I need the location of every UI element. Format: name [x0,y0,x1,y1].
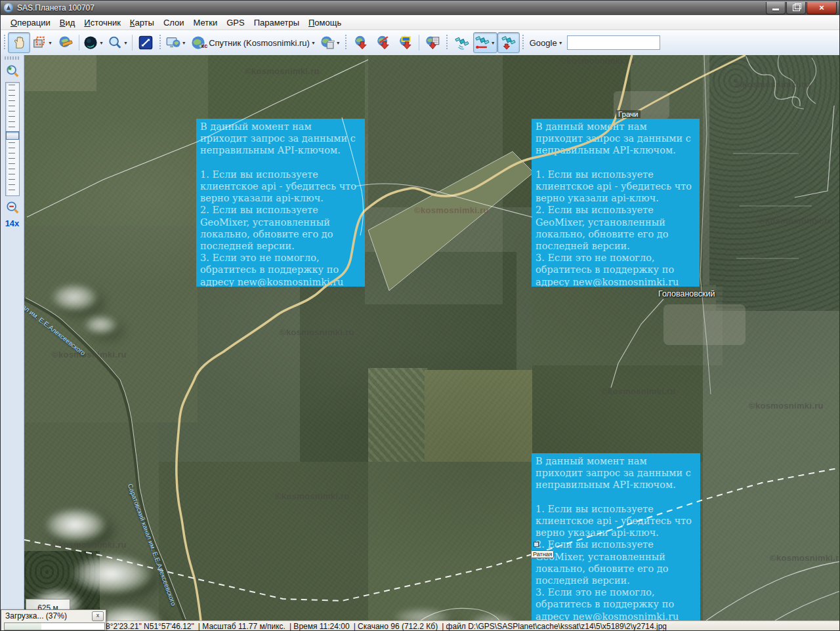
zoom-slider-handle[interactable] [6,131,19,140]
toolbar-grip[interactable] [522,35,525,51]
menu-maps[interactable]: Карты [125,16,159,29]
minimize-button[interactable] [766,2,786,14]
error-tile-message: В данный момент нам приходит запрос за д… [536,455,698,621]
map-watermark: ©kosmosnimki.ru [736,79,810,89]
window-titlebar[interactable]: SAS.Планета 100707 × [1,1,839,15]
status-scale: | Масштаб 11.77 м/пикс. [198,622,285,631]
pan-button[interactable] [8,32,30,53]
download-region-icon [398,35,413,50]
search-input[interactable] [567,35,660,50]
village-label: Головановский [658,289,715,298]
menu-bar: Операции Вид Источник Карты Слои Метки G… [1,15,839,30]
fullscreen-globe-icon [83,35,98,50]
loading-close-button[interactable]: x [92,611,104,621]
map-watermark: ©kosmosnimki.ru [749,401,824,411]
map-watermark: ©kosmosnimki.ru [770,553,840,563]
menu-layers[interactable]: Слои [159,16,189,29]
menu-gps[interactable]: GPS [222,16,249,29]
cloud [44,508,106,542]
menu-source[interactable]: Источник [79,16,125,29]
dropdown-caret-icon[interactable]: ▼ [336,41,341,45]
menu-help[interactable]: Помощь [304,16,346,29]
measure-distance-button[interactable] [54,32,77,53]
map-watermark: ©kosmosnimki.ru [560,56,635,66]
download-list-icon [425,35,440,50]
status-file-path: | файл D:\GPS\SASPlanet\cache\kssat\z14\… [442,622,667,631]
toolbar-grip[interactable] [345,35,348,51]
menu-operations[interactable]: Операции [6,16,55,29]
dropdown-caret-icon[interactable]: ▼ [182,41,186,45]
minimize-icon [772,9,779,10]
toolbar-grip[interactable] [159,35,162,51]
window-title: SAS.Планета 100707 [17,3,94,12]
map-watermark: ©kosmosnimki.ru [601,386,676,396]
map-source-label: Спутник (Kosmosnimki.ru) [209,38,310,48]
gps-track-button[interactable]: ▼ [473,32,497,53]
cloud [83,315,117,335]
status-downloaded: | Скачано 96 (712.2 Кб) [354,622,438,631]
loading-label: Загрузка... (37%) [5,611,92,621]
map-canvas[interactable]: ©kosmosnimki.ru ©kosmosnimki.ru ©kosmosn… [24,55,840,621]
layers-globe-button[interactable]: ▼ [318,32,343,53]
application-window: SAS.Планета 100707 × Операции Вид Источн… [0,0,840,631]
download-selection-button[interactable] [350,32,372,53]
map-watermark: ©kosmosnimki.ru [414,205,489,215]
sidebar-grip[interactable] [5,56,20,60]
dropdown-caret-icon[interactable]: ▼ [558,41,563,45]
map-watermark: ©kosmosnimki.ru [280,327,354,337]
dropdown-caret-icon[interactable]: ▼ [99,41,104,45]
close-button[interactable]: × [807,2,837,14]
map-watermark: ©kosmosnimki.ru [52,350,127,359]
menu-placemarks[interactable]: Метки [189,16,222,29]
zoom-slider[interactable] [5,82,20,196]
download-polygon-button[interactable] [372,32,394,53]
toolbar-grip[interactable] [446,35,449,51]
menu-settings[interactable]: Параметры [249,16,304,29]
toolbar-grip[interactable] [3,35,6,51]
menu-view[interactable]: Вид [55,16,80,29]
download-globe-icon [354,35,368,50]
restore-button[interactable] [786,2,806,14]
error-tile-message: В данный момент нам приходит запрос за д… [200,121,363,287]
loading-progress-bar [4,622,105,630]
placemark-icon [534,542,539,547]
placemark-label[interactable]: Ратная [531,547,554,559]
zoom-in-icon[interactable] [5,64,20,78]
loading-popup: Загрузка... (37%) x [1,609,106,631]
zoom-tool-button[interactable]: ▼ [106,32,130,53]
app-logo-icon [4,3,13,12]
search-provider-label[interactable]: Google [530,38,557,48]
measure-distance-icon [58,35,73,50]
map-source-selector[interactable]: кс Спутник (Kosmosnimki.ru) ▼ [188,33,318,52]
cloud [70,554,152,594]
fit-to-screen-icon [138,35,153,50]
gps-satellite-icon [455,35,469,50]
source-badge: кс [201,43,207,49]
gps-connect-button[interactable] [451,32,473,53]
cloud [51,283,98,311]
dropdown-caret-icon[interactable]: ▼ [311,41,316,45]
gps-follow-button[interactable] [497,32,520,53]
error-tile-message: В данный момент нам приходит запрос за д… [536,121,698,287]
download-list-button[interactable] [421,32,444,53]
fullscreen-button[interactable]: ▼ [81,32,106,53]
download-polygon-icon [376,35,390,50]
main-toolbar: ▼ ▼ ▼ ▼ кс Спутник (Kosmosnimki.ru) ▼ [1,30,839,56]
magnifier-icon [108,35,122,50]
download-region-button[interactable] [394,32,417,53]
error-tile: В данный момент нам приходит запрос за д… [532,119,700,287]
dropdown-caret-icon[interactable]: ▼ [123,41,128,45]
zoom-out-icon[interactable] [5,200,20,214]
pan-hand-icon [12,35,26,50]
selection-icon [32,35,47,50]
dropdown-caret-icon[interactable]: ▼ [491,41,495,45]
fit-to-screen-button[interactable] [135,32,157,53]
map-watermark: ©kosmosnimki.ru [52,540,127,550]
error-tile: В данный момент нам приходит запрос за д… [196,119,365,287]
error-tile: В данный момент нам приходит запрос за д… [532,453,700,621]
dropdown-caret-icon[interactable]: ▼ [48,41,52,45]
map-watermark: ©kosmosnimki.ru [759,216,833,226]
status-coordinates: 8°2'23.21" N51°57'46.12" [106,622,194,631]
selection-manager-button[interactable]: ▼ [30,32,54,53]
mini-map-button[interactable]: ▼ [164,32,188,53]
